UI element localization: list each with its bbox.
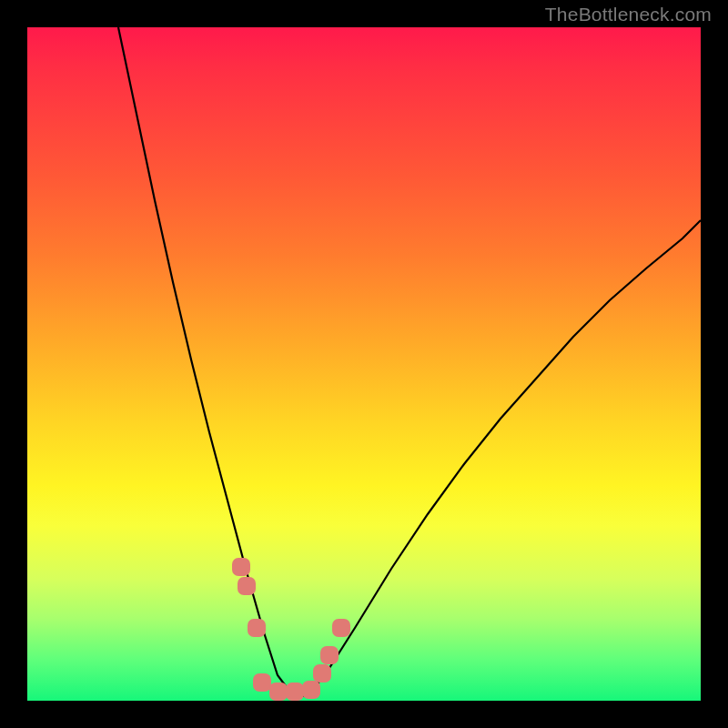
bottleneck-curve xyxy=(118,27,701,696)
data-marker xyxy=(253,673,271,692)
data-marker xyxy=(332,619,350,637)
data-marker xyxy=(286,682,304,701)
data-marker xyxy=(320,646,339,664)
data-marker xyxy=(232,558,250,576)
curve-svg xyxy=(27,27,701,701)
plot-area xyxy=(27,27,701,701)
data-marker xyxy=(269,682,288,701)
chart-frame: TheBottleneck.com xyxy=(0,0,728,728)
data-marker xyxy=(238,577,256,595)
watermark-text: TheBottleneck.com xyxy=(545,4,712,25)
marker-group xyxy=(232,558,350,701)
data-marker xyxy=(248,619,266,637)
data-marker xyxy=(302,681,320,699)
data-marker xyxy=(313,664,331,682)
